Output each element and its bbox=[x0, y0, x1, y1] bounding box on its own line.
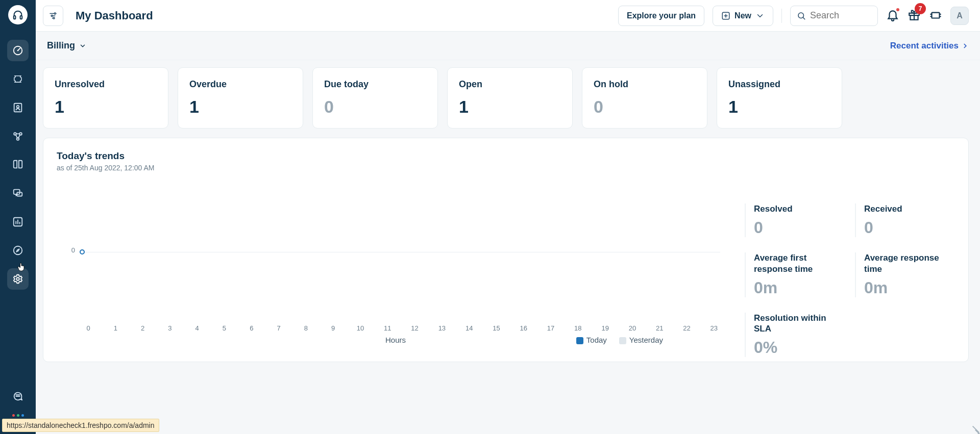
x-tick: 17 bbox=[545, 324, 557, 332]
stat-label: Unassigned bbox=[728, 79, 830, 90]
trend-side-stats: Resolved0Received0Average first response… bbox=[734, 178, 955, 346]
subheader: Billing Recent activities bbox=[36, 32, 980, 60]
stat-card[interactable]: Overdue1 bbox=[178, 67, 303, 129]
x-tick: 21 bbox=[653, 324, 666, 332]
side-stat-value: 0 bbox=[864, 218, 955, 237]
status-bar-url: https://standalonecheck1.freshpo.com/a/a… bbox=[2, 419, 159, 432]
page-title: My Dashboard bbox=[76, 9, 153, 22]
compass-icon bbox=[12, 245, 23, 256]
search-button[interactable] bbox=[790, 6, 878, 26]
x-tick: 10 bbox=[354, 324, 366, 332]
x-tick: 23 bbox=[708, 324, 720, 332]
svg-rect-22 bbox=[932, 12, 939, 18]
nav-automations[interactable] bbox=[7, 125, 29, 147]
trends-asof: as of 25th Aug 2022, 12:00 AM bbox=[57, 164, 955, 172]
ticket-icon bbox=[12, 73, 23, 85]
stat-value: 1 bbox=[189, 97, 291, 117]
nodes-icon bbox=[12, 131, 23, 142]
filter-icon bbox=[48, 11, 58, 20]
new-button[interactable]: New bbox=[713, 6, 773, 26]
legend-yesterday[interactable]: Yesterday bbox=[619, 336, 663, 344]
x-tick: 4 bbox=[191, 324, 203, 332]
stat-label: Unresolved bbox=[55, 79, 157, 90]
stat-card[interactable]: Open1 bbox=[447, 67, 573, 129]
recent-activities-label: Recent activities bbox=[890, 41, 959, 51]
stat-card[interactable]: On hold0 bbox=[582, 67, 707, 129]
x-tick: 2 bbox=[137, 324, 149, 332]
avatar[interactable]: A bbox=[950, 7, 969, 25]
chevron-right-icon bbox=[962, 42, 969, 49]
trends-chart: 0 01234567891011121314151617181920212223… bbox=[57, 178, 734, 346]
plot-area bbox=[82, 182, 720, 322]
x-tick: 22 bbox=[681, 324, 693, 332]
side-stat-value: 0m bbox=[754, 278, 845, 297]
headphones-icon bbox=[12, 9, 23, 20]
unknown-toolbar-icon[interactable] bbox=[929, 8, 942, 23]
side-stat-label: Resolution within SLA bbox=[754, 313, 845, 335]
side-stat: Received0 bbox=[855, 203, 955, 237]
svg-point-3 bbox=[17, 50, 19, 52]
gift-badge: 7 bbox=[915, 3, 926, 14]
nav-conversations[interactable] bbox=[7, 183, 29, 204]
notification-dot bbox=[895, 7, 900, 12]
svg-point-15 bbox=[54, 13, 56, 14]
app-logo[interactable] bbox=[8, 5, 28, 24]
gift-button[interactable]: 7 bbox=[908, 8, 921, 23]
svg-marker-13 bbox=[16, 249, 19, 252]
dashboard-filter-dropdown[interactable]: Billing bbox=[47, 40, 86, 51]
sidebar-nav bbox=[7, 40, 29, 386]
side-stat-label: Average first response time bbox=[754, 252, 845, 274]
nav-admin[interactable] bbox=[7, 268, 29, 290]
stat-row: Unresolved1Overdue1Due today0Open1On hol… bbox=[43, 67, 969, 129]
chevron-down-icon bbox=[755, 11, 765, 20]
grid-line bbox=[82, 252, 720, 252]
stat-card[interactable]: Unassigned1 bbox=[717, 67, 842, 129]
nav-explore[interactable] bbox=[7, 240, 29, 261]
x-tick: 5 bbox=[218, 324, 230, 332]
nav-tickets[interactable] bbox=[7, 68, 29, 90]
stat-card[interactable]: Due today0 bbox=[312, 67, 438, 129]
stat-value: 0 bbox=[324, 97, 426, 117]
svg-point-14 bbox=[16, 277, 19, 280]
search-icon bbox=[797, 11, 806, 20]
sidebar bbox=[0, 0, 36, 434]
stat-value: 1 bbox=[459, 97, 561, 117]
nav-solutions[interactable] bbox=[7, 154, 29, 175]
x-tick: 0 bbox=[82, 324, 94, 332]
legend-today[interactable]: Today bbox=[576, 336, 607, 344]
stat-label: Due today bbox=[324, 79, 426, 90]
notifications-button[interactable] bbox=[886, 8, 899, 23]
explore-plan-button[interactable]: Explore your plan bbox=[618, 6, 704, 26]
svg-point-16 bbox=[51, 15, 53, 16]
x-tick: 12 bbox=[409, 324, 421, 332]
gauge-icon bbox=[12, 45, 23, 56]
y-tick: 0 bbox=[57, 178, 75, 322]
svg-rect-1 bbox=[20, 16, 22, 19]
x-tick: 11 bbox=[381, 324, 394, 332]
nav-chat[interactable] bbox=[7, 386, 29, 407]
recent-activities-link[interactable]: Recent activities bbox=[890, 41, 969, 51]
side-stat: Average response time0m bbox=[855, 252, 955, 297]
side-stat: Average first response time0m bbox=[745, 252, 845, 297]
contact-icon bbox=[12, 102, 23, 113]
svg-point-12 bbox=[14, 246, 22, 255]
gear-icon bbox=[12, 273, 23, 285]
stat-card[interactable]: Unresolved1 bbox=[43, 67, 168, 129]
stat-label: Open bbox=[459, 79, 561, 90]
stat-label: Overdue bbox=[189, 79, 291, 90]
nav-analytics[interactable] bbox=[7, 211, 29, 233]
search-input[interactable] bbox=[810, 10, 871, 21]
x-tick: 7 bbox=[273, 324, 285, 332]
x-tick: 13 bbox=[436, 324, 448, 332]
side-stat: Resolved0 bbox=[745, 203, 845, 237]
side-stat-value: 0% bbox=[754, 338, 845, 357]
divider bbox=[781, 9, 782, 23]
svg-rect-0 bbox=[14, 16, 16, 19]
filter-button[interactable] bbox=[43, 6, 63, 26]
plus-square-icon bbox=[721, 11, 730, 20]
data-point bbox=[80, 249, 85, 254]
nav-contacts[interactable] bbox=[7, 97, 29, 118]
nav-dashboard[interactable] bbox=[7, 40, 29, 61]
chevron-down-icon bbox=[79, 42, 86, 49]
x-tick: 18 bbox=[572, 324, 584, 332]
